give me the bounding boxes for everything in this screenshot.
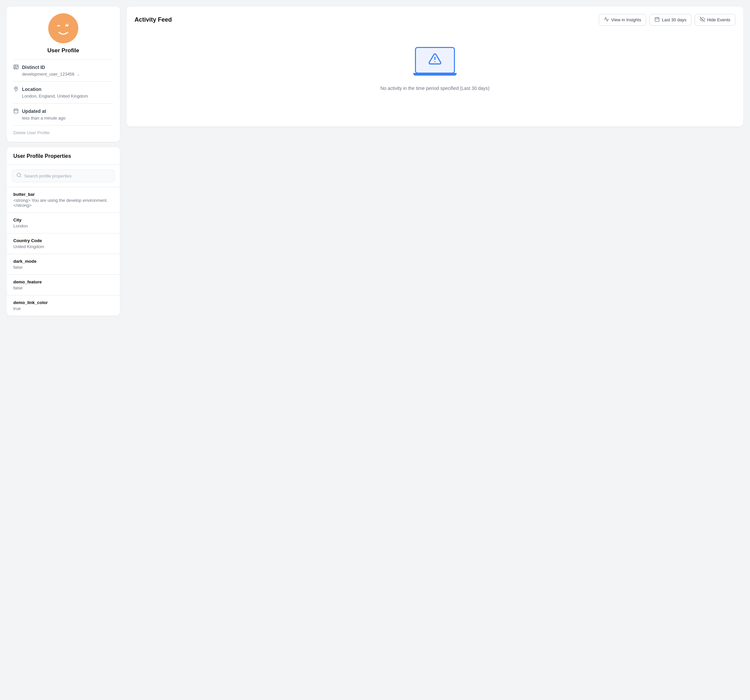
updated-at-item: Updated at less than a minute ago — [13, 104, 113, 126]
property-value: United Kingdom — [13, 244, 113, 249]
property-item[interactable]: dark_modefalse — [7, 254, 120, 275]
property-key: demo_link_color — [13, 300, 113, 305]
properties-card: User Profile Properties butter_bar<stron… — [7, 147, 120, 316]
property-item[interactable]: demo_link_colortrue — [7, 295, 120, 316]
distinct-id-label: Distinct ID — [22, 64, 45, 70]
updated-at-label: Updated at — [22, 109, 46, 114]
property-value: false — [13, 286, 113, 290]
updated-at-header: Updated at — [13, 108, 113, 114]
laptop-body — [415, 47, 455, 74]
distinct-id-value: development_user_123456 ⌄ — [13, 72, 113, 77]
calendar-icon — [13, 108, 19, 114]
svg-rect-8 — [14, 109, 18, 113]
hide-events-label: Hide Events — [707, 17, 730, 22]
property-value: true — [13, 306, 113, 311]
location-icon — [13, 86, 19, 92]
warning-icon — [428, 52, 442, 68]
properties-list: butter_bar<strong> You are using the dev… — [7, 187, 120, 316]
person-icon — [13, 64, 19, 70]
empty-illustration — [413, 47, 456, 80]
search-input-wrapper — [12, 169, 115, 182]
property-item[interactable]: CityLondon — [7, 213, 120, 233]
last-30-days-button[interactable]: Last 30 days — [649, 14, 692, 26]
property-item[interactable]: butter_bar<strong> You are using the dev… — [7, 187, 120, 213]
location-header: Location — [13, 86, 113, 92]
calendar-small-icon — [655, 17, 660, 23]
distinct-id-item: Distinct ID development_user_123456 ⌄ — [13, 60, 113, 81]
property-item[interactable]: demo_featurefalse — [7, 275, 120, 295]
empty-state: No activity in the time period specified… — [135, 34, 735, 104]
property-value: London — [13, 223, 113, 229]
search-input[interactable] — [24, 173, 110, 178]
last-30-days-label: Last 30 days — [662, 17, 686, 22]
svg-rect-14 — [655, 18, 659, 21]
profile-info-list: Distinct ID development_user_123456 ⌄ — [13, 59, 113, 126]
view-insights-label: View in Insights — [611, 17, 641, 22]
delete-profile-link[interactable]: Delete User Profile — [13, 126, 50, 135]
svg-point-4 — [15, 66, 15, 67]
property-key: City — [13, 218, 113, 223]
property-key: butter_bar — [13, 192, 113, 197]
activity-title: Activity Feed — [135, 16, 172, 23]
activity-header: Activity Feed View in Insights — [135, 14, 735, 26]
avatar — [48, 13, 78, 43]
eye-off-icon — [700, 17, 705, 23]
chevron-down-icon[interactable]: ⌄ — [77, 72, 80, 77]
activity-actions: View in Insights Last 30 days — [599, 14, 735, 26]
property-key: Country Code — [13, 238, 113, 243]
distinct-id-header: Distinct ID — [13, 64, 113, 70]
location-item: Location London, England, United Kingdom — [13, 81, 113, 104]
properties-title: User Profile Properties — [7, 147, 120, 165]
property-item[interactable]: Country CodeUnited Kingdom — [7, 233, 120, 254]
right-panel: Activity Feed View in Insights — [126, 7, 743, 127]
chart-icon — [604, 17, 609, 23]
updated-at-value: less than a minute ago — [13, 115, 113, 121]
profile-name: User Profile — [47, 47, 79, 54]
view-insights-button[interactable]: View in Insights — [599, 14, 646, 26]
svg-point-7 — [15, 88, 16, 89]
location-value: London, England, United Kingdom — [13, 94, 113, 98]
profile-card: User Profile Distinct ID — [7, 7, 120, 142]
property-value: <strong> You are using the develop envir… — [13, 198, 113, 208]
svg-point-0 — [48, 13, 78, 43]
search-icon — [16, 172, 22, 179]
property-key: demo_feature — [13, 279, 113, 284]
property-key: dark_mode — [13, 259, 113, 264]
hide-events-button[interactable]: Hide Events — [695, 14, 735, 26]
search-container — [7, 165, 120, 187]
svg-line-13 — [20, 176, 21, 177]
location-label: Location — [22, 87, 41, 92]
property-value: false — [13, 265, 113, 270]
left-panel: User Profile Distinct ID — [7, 7, 120, 316]
properties-list-wrapper: butter_bar<strong> You are using the dev… — [7, 187, 120, 316]
empty-state-message: No activity in the time period specified… — [380, 86, 490, 91]
